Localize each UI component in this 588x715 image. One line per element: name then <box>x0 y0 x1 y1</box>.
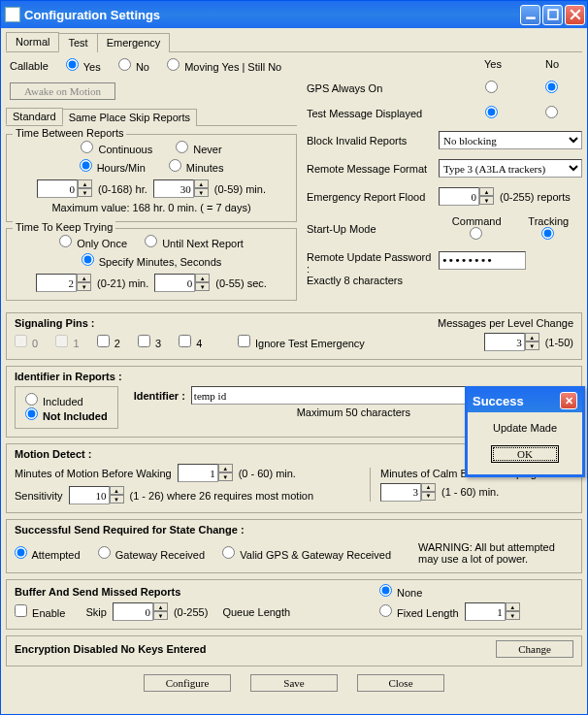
pin-4[interactable]: 4 <box>179 335 202 349</box>
wake-label: Minutes of Motion Before Waking <box>15 468 172 479</box>
identifier-title: Identifier in Reports : <box>15 371 122 382</box>
spin-up[interactable]: ▲ <box>506 602 520 611</box>
remotefmt-select[interactable]: Type 3 (A3LA trackers) <box>439 159 582 178</box>
msgs-input[interactable] <box>484 333 525 351</box>
testmsg-label: Test Message Displayed <box>307 108 462 119</box>
flood-input[interactable] <box>439 187 479 206</box>
tk-onlyonce[interactable]: Only Once <box>59 235 127 249</box>
subtab-standard[interactable]: Standard <box>6 108 63 125</box>
buffer-none[interactable]: None <box>379 587 422 599</box>
tab-test[interactable]: Test <box>58 33 97 52</box>
pwd-note: Exactly 8 characters <box>307 275 403 286</box>
change-button[interactable]: Change <box>496 640 573 658</box>
svg-rect-1 <box>548 10 558 19</box>
subtab-sameplace[interactable]: Same Place Skip Reports <box>62 109 197 126</box>
encryption-label: Encryption Disabled No Keys Entered <box>15 643 206 655</box>
spin-down[interactable]: ▼ <box>153 611 168 620</box>
gps-no[interactable] <box>545 81 558 93</box>
callable-yes[interactable]: Yes <box>66 58 101 73</box>
sc-attempted[interactable]: Attempted <box>15 546 81 561</box>
buffer-skip-label: Skip <box>86 606 107 618</box>
testmsg-yes[interactable] <box>485 106 498 118</box>
spin-up[interactable]: ▲ <box>194 179 209 188</box>
pin-2[interactable]: 2 <box>97 335 120 349</box>
spin-down[interactable]: ▼ <box>525 341 539 350</box>
spin-down[interactable]: ▼ <box>194 188 209 197</box>
spin-down[interactable]: ▼ <box>506 611 520 620</box>
minimize-button[interactable] <box>520 5 540 25</box>
tb-hoursmin[interactable]: Hours/Min <box>80 159 146 174</box>
close-button[interactable] <box>565 5 585 25</box>
maximize-button[interactable] <box>542 5 563 25</box>
spin-up[interactable]: ▲ <box>525 333 539 341</box>
tk-min-input[interactable] <box>36 274 77 292</box>
save-button[interactable]: Save <box>250 674 338 692</box>
tb-hours-input[interactable] <box>37 179 78 198</box>
spin-down[interactable]: ▼ <box>195 282 210 291</box>
callable-no[interactable]: No <box>118 58 149 73</box>
tk-specify[interactable]: Specify Minutes, Seconds <box>82 253 222 268</box>
sub-tabs: Standard Same Place Skip Reports <box>6 108 297 126</box>
modal-ok-button[interactable]: OK <box>491 445 559 463</box>
spin-up[interactable]: ▲ <box>218 464 233 472</box>
sc-gateway[interactable]: Gateway Received <box>98 546 205 561</box>
footer-close-button[interactable]: Close <box>357 674 444 692</box>
col-no: No <box>545 58 559 70</box>
pwd-input[interactable] <box>439 251 526 270</box>
callable-label: Callable <box>10 60 49 72</box>
id-included[interactable]: Included <box>25 396 83 407</box>
sens-input[interactable] <box>69 486 110 504</box>
spin-up[interactable]: ▲ <box>78 179 92 188</box>
spin-up[interactable]: ▲ <box>479 187 494 196</box>
tk-untilnext[interactable]: Until Next Report <box>145 235 244 249</box>
callable-moving[interactable]: Moving Yes | Still No <box>167 58 281 73</box>
spin-down[interactable]: ▼ <box>77 282 91 291</box>
tb-continuous[interactable]: Continuous <box>81 141 152 155</box>
block-select[interactable]: No blocking <box>439 131 582 149</box>
wake-range: (0 - 60) min. <box>239 468 296 479</box>
spin-up[interactable]: ▲ <box>421 483 436 492</box>
testmsg-no[interactable] <box>545 106 558 118</box>
startup-tracking[interactable] <box>541 227 554 240</box>
sens-note: (1 - 26) where 26 requires most motion <box>130 490 314 502</box>
tk-sec-input[interactable] <box>154 274 195 292</box>
gps-always-label: GPS Always On <box>307 82 462 94</box>
configure-button[interactable]: Configure <box>144 674 231 692</box>
tb-minutes[interactable]: Minutes <box>169 159 224 174</box>
sc-valid[interactable]: Valid GPS & Gateway Received <box>222 546 391 561</box>
awake-on-motion-button: Awake on Motion <box>10 82 115 100</box>
spin-down[interactable]: ▼ <box>218 472 233 481</box>
main-tabs: Normal Test Emergency <box>6 32 582 52</box>
spin-down[interactable]: ▼ <box>479 196 494 205</box>
buffer-enable[interactable]: Enable <box>15 604 65 619</box>
tab-emergency[interactable]: Emergency <box>97 33 171 52</box>
spin-down[interactable]: ▼ <box>110 495 124 504</box>
spin-up[interactable]: ▲ <box>77 274 91 282</box>
tb-min-range: (0-59) min. <box>214 183 266 195</box>
spin-down[interactable]: ▼ <box>421 492 436 501</box>
tb-never[interactable]: Never <box>176 141 221 155</box>
id-notincluded[interactable]: Not Included <box>25 410 108 422</box>
spin-down[interactable]: ▼ <box>78 188 92 197</box>
signaling-title: Signaling Pins : <box>15 317 112 329</box>
modal-close-button[interactable]: ✕ <box>560 392 577 409</box>
time-between-title: Time Between Reports <box>13 127 126 139</box>
wake-input[interactable] <box>178 464 218 482</box>
pin-3[interactable]: 3 <box>138 335 161 349</box>
block-label: Block Invalid Reports <box>307 135 433 146</box>
buffer-skip-input[interactable] <box>113 602 153 621</box>
gps-yes[interactable] <box>485 81 498 93</box>
sleep-input[interactable] <box>380 483 421 502</box>
tb-min-input[interactable] <box>153 179 194 198</box>
buffer-fixed[interactable]: Fixed Length <box>379 604 459 619</box>
tb-max-note: Maximum value: 168 hr. 0 min. ( = 7 days… <box>15 202 288 213</box>
buffer-fixed-input[interactable] <box>465 602 506 621</box>
ignore-test[interactable]: Ignore Test Emergency <box>238 335 365 349</box>
msgs-range: (1-50) <box>545 337 573 348</box>
startup-command[interactable] <box>470 227 482 240</box>
startup-cmd-label: Command <box>452 215 502 227</box>
spin-up[interactable]: ▲ <box>110 486 124 495</box>
tab-normal[interactable]: Normal <box>6 32 59 51</box>
spin-up[interactable]: ▲ <box>195 274 210 282</box>
spin-up[interactable]: ▲ <box>153 602 168 611</box>
